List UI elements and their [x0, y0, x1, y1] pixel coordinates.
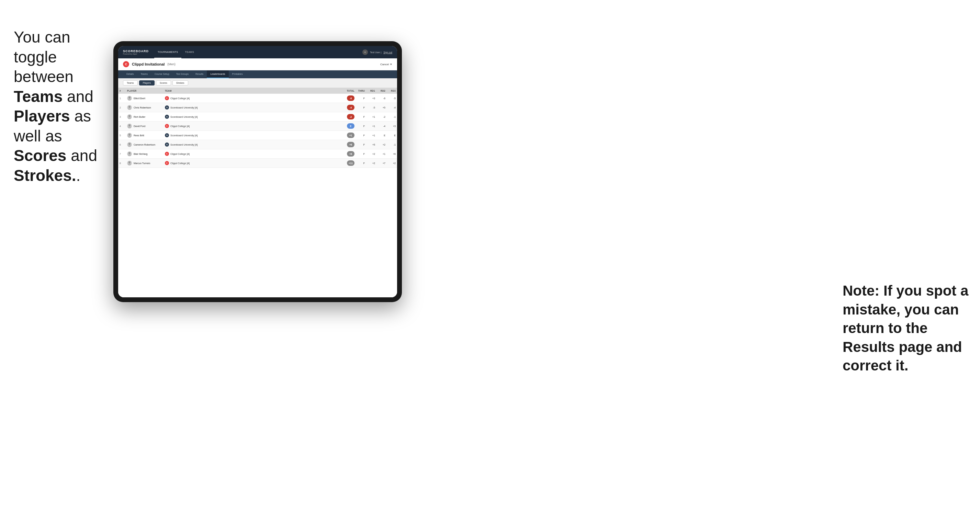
- player-name: Rich Butler: [134, 116, 145, 118]
- toggle-row: Teams Players Scores Strokes: [118, 78, 397, 88]
- rd2-cell: -6: [377, 94, 387, 103]
- rd2-cell: E: [377, 131, 387, 140]
- tab-teams[interactable]: Teams: [137, 70, 151, 78]
- tab-leaderboards[interactable]: Leaderboards: [207, 70, 228, 78]
- rd1-cell: +2: [366, 159, 377, 168]
- table-row: 7 Blair McHarg C Clippd College [A] +8 F: [118, 149, 397, 159]
- table-row: 4 David Ford C Clippd College [A] E F: [118, 122, 397, 131]
- cancel-button[interactable]: Cancel ✕: [380, 63, 392, 66]
- thru-cell: F: [356, 140, 366, 149]
- tab-printables[interactable]: Printables: [229, 70, 246, 78]
- player-cell: Marcus Turners: [126, 159, 164, 168]
- team-name: Scoreboard University [A]: [170, 116, 197, 118]
- player-name: Rees Britt: [134, 134, 144, 137]
- rd3-cell: -1: [387, 112, 397, 122]
- table-body: 1 Elliot Ebert C Clippd College [A] -8 F: [118, 94, 397, 168]
- total-cell: +8: [340, 149, 356, 159]
- team-logo-icon: C: [165, 96, 169, 100]
- player-name: Elliot Ebert: [134, 97, 145, 100]
- rd1-cell: +3: [366, 94, 377, 103]
- rd3-cell: +2: [387, 159, 397, 168]
- svg-point-6: [128, 117, 131, 119]
- score-badge: -8: [347, 95, 355, 101]
- team-logo-icon: S: [165, 143, 169, 147]
- svg-point-13: [129, 152, 130, 154]
- team-cell: C Clippd College [A]: [164, 94, 340, 103]
- thru-cell: F: [356, 112, 366, 122]
- score-badge: E: [347, 123, 355, 129]
- player-avatar: [127, 124, 132, 129]
- team-name: Clippd College [A]: [170, 153, 189, 155]
- player-name: Blair McHarg: [134, 153, 147, 155]
- rd3-cell: E: [387, 131, 397, 140]
- team-cell: C Clippd College [A]: [164, 159, 340, 168]
- toggle-players[interactable]: Players: [139, 80, 154, 86]
- player-cell: Chris Robertson: [126, 103, 164, 112]
- rd2-cell: +2: [377, 140, 387, 149]
- svg-point-10: [128, 136, 131, 138]
- player-name: Marcus Turners: [134, 162, 150, 165]
- score-badge: -2: [347, 114, 355, 119]
- svg-point-7: [129, 124, 130, 126]
- player-avatar: [127, 133, 132, 138]
- tournament-name: Clippd Invitational: [132, 62, 164, 66]
- sign-out-link[interactable]: Sign out: [383, 51, 392, 54]
- player-cell: Elliot Ebert: [126, 94, 164, 103]
- thru-cell: F: [356, 94, 366, 103]
- tournament-gender: (Men): [167, 62, 175, 66]
- player-avatar: [127, 151, 132, 156]
- team-logo-icon: C: [165, 124, 169, 128]
- team-logo-icon: C: [165, 161, 169, 165]
- team-name: Scoreboard University [A]: [170, 134, 197, 137]
- nav-link-teams[interactable]: TEAMS: [181, 46, 197, 58]
- player-cell: Rich Butler: [126, 112, 164, 122]
- total-cell: -8: [340, 94, 356, 103]
- leaderboard-table: # PLAYER TEAM TOTAL THRU RD1 RD2 RD3 1: [118, 88, 397, 297]
- player-cell: Rees Britt: [126, 131, 164, 140]
- team-name: Scoreboard University [A]: [170, 106, 197, 109]
- thru-cell: F: [356, 122, 366, 131]
- rd3-cell: -5: [387, 94, 397, 103]
- toggle-scores[interactable]: Scores: [156, 80, 171, 86]
- svg-point-9: [129, 133, 130, 136]
- tab-results[interactable]: Results: [192, 70, 207, 78]
- rank-cell: 6: [118, 140, 126, 149]
- team-cell: C Clippd College [A]: [164, 149, 340, 159]
- total-cell: -2: [340, 112, 356, 122]
- svg-point-16: [128, 163, 131, 165]
- svg-point-2: [128, 98, 131, 101]
- col-thru: THRU: [356, 88, 366, 94]
- rd2-cell: +5: [377, 103, 387, 112]
- tab-tee-groups[interactable]: Tee Groups: [173, 70, 192, 78]
- table-row: 1 Elliot Ebert C Clippd College [A] -8 F: [118, 94, 397, 103]
- team-cell: S Scoreboard University [A]: [164, 112, 340, 122]
- svg-point-5: [129, 115, 130, 117]
- tournament-icon: C: [123, 61, 129, 67]
- rd1-cell: -5: [366, 103, 377, 112]
- svg-point-3: [129, 106, 130, 108]
- player-avatar: [127, 96, 132, 101]
- table-row: 8 Marcus Turners C Clippd College [A] +1…: [118, 159, 397, 168]
- tablet-screen: SCOREBOARD Powered by clippd TOURNAMENTS…: [118, 46, 397, 297]
- tab-details[interactable]: Details: [123, 70, 137, 78]
- svg-point-14: [128, 154, 131, 156]
- rank-cell: 1: [118, 94, 126, 103]
- toggle-strokes[interactable]: Strokes: [172, 80, 188, 86]
- thru-cell: F: [356, 149, 366, 159]
- table-row: 3 Rich Butler S Scoreboard University [A…: [118, 112, 397, 122]
- tab-course-setup[interactable]: Course Setup: [151, 70, 173, 78]
- scoreboard-logo: SCOREBOARD Powered by clippd: [123, 49, 149, 55]
- score-badge: -4: [347, 105, 355, 110]
- nav-links: TOURNAMENTS TEAMS: [154, 46, 363, 58]
- rd3-cell: -4: [387, 103, 397, 112]
- team-cell: C Clippd College [A]: [164, 122, 340, 131]
- rd2-cell: +1: [377, 149, 387, 159]
- toggle-teams[interactable]: Teams: [123, 80, 138, 86]
- col-player: PLAYER: [126, 88, 164, 94]
- nav-link-tournaments[interactable]: TOURNAMENTS: [154, 46, 181, 58]
- right-annotation: Note: If you spot a mistake, you can ret…: [843, 281, 970, 375]
- total-cell: -4: [340, 103, 356, 112]
- rank-cell: 5: [118, 131, 126, 140]
- player-cell: David Ford: [126, 122, 164, 131]
- player-name: Cameron Robertson: [134, 143, 155, 146]
